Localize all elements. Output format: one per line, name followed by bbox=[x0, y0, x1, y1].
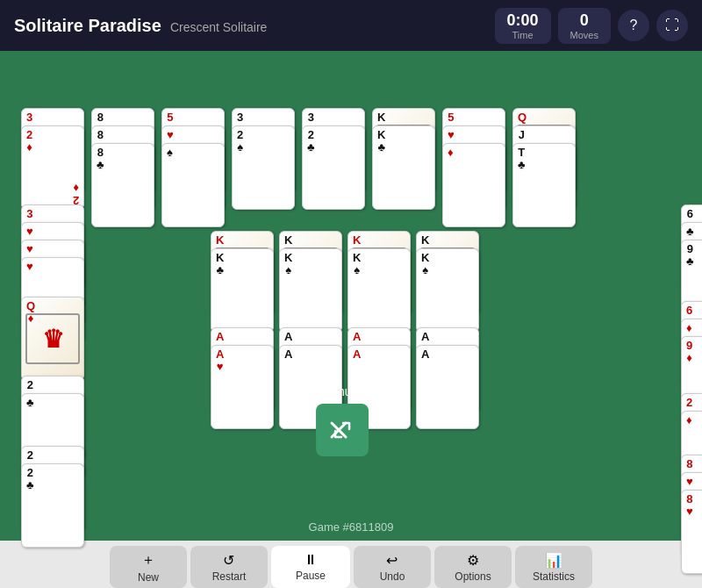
statistics-icon: 📊 bbox=[545, 552, 562, 569]
card[interactable]: 2♣ bbox=[21, 463, 84, 548]
pause-icon: ⏸ bbox=[304, 552, 318, 568]
card[interactable]: K♣ bbox=[372, 125, 435, 210]
undo-button[interactable]: ↩ Undo bbox=[354, 546, 431, 588]
header: Solitaire Paradise Crescent Solitaire 0:… bbox=[0, 0, 702, 51]
statistics-button[interactable]: 📊 Statistics bbox=[515, 546, 592, 588]
card[interactable]: 8♣ bbox=[91, 143, 154, 227]
reshuffle-label: Reshuffle (3) bbox=[316, 384, 386, 398]
restart-icon: ↺ bbox=[223, 552, 234, 569]
pause-button[interactable]: ⏸ Pause bbox=[271, 546, 350, 588]
card[interactable]: 8♥ bbox=[681, 490, 702, 574]
center-k3[interactable]: K♦ ♛ K♦ K♠ bbox=[347, 231, 411, 315]
time-value: 0:00 bbox=[507, 11, 539, 30]
card[interactable]: ♠ bbox=[161, 143, 225, 227]
card-a1-2[interactable]: A♥ bbox=[211, 345, 274, 429]
new-label: New bbox=[138, 571, 159, 584]
moves-label: Moves bbox=[570, 30, 598, 40]
new-icon: ＋ bbox=[141, 551, 155, 570]
card[interactable]: 2♠ bbox=[232, 125, 295, 210]
moves-value: 0 bbox=[570, 11, 598, 30]
game-subtitle: Crescent Solitaire bbox=[170, 20, 268, 34]
title-area: Solitaire Paradise Crescent Solitaire bbox=[14, 16, 267, 36]
options-button[interactable]: ⚙ Options bbox=[434, 546, 512, 588]
reshuffle-area: Reshuffle (3) bbox=[316, 384, 386, 456]
statistics-label: Statistics bbox=[533, 570, 575, 583]
card-k4-2[interactable]: K♠ bbox=[416, 248, 479, 333]
center-k1[interactable]: K♥ ♛ K♥ K♣ bbox=[211, 231, 274, 315]
undo-label: Undo bbox=[380, 570, 405, 583]
center-a4[interactable]: A♣ ♣ A♣ A bbox=[416, 327, 479, 412]
game-number: Game #6811809 bbox=[309, 520, 394, 534]
app-title: Solitaire Paradise bbox=[14, 16, 161, 36]
reshuffle-button[interactable] bbox=[316, 404, 369, 456]
new-button[interactable]: ＋ New bbox=[110, 546, 187, 588]
undo-icon: ↩ bbox=[386, 552, 398, 569]
restart-button[interactable]: ↺ Restart bbox=[190, 546, 268, 588]
options-icon: ⚙ bbox=[467, 552, 479, 569]
card-k1-2[interactable]: K♣ bbox=[211, 248, 274, 333]
card-k3-2[interactable]: K♠ bbox=[347, 248, 411, 333]
center-k4[interactable]: K♣ ♚ K♣ K♠ bbox=[416, 231, 479, 315]
card[interactable]: ♦ bbox=[442, 143, 505, 227]
card[interactable]: Q♦ ♛ bbox=[21, 297, 84, 381]
card[interactable]: T♣ bbox=[512, 143, 576, 227]
fullscreen-button[interactable]: ⛶ bbox=[656, 10, 688, 41]
moves-box: 0 Moves bbox=[558, 8, 611, 44]
card-k2-2[interactable]: K♠ bbox=[279, 248, 342, 333]
toolbar: ＋ New ↺ Restart ⏸ Pause ↩ Undo ⚙ Options… bbox=[0, 541, 702, 588]
right-controls: 0:00 Time 0 Moves ? ⛶ bbox=[495, 8, 688, 44]
restart-label: Restart bbox=[212, 570, 247, 583]
time-label: Time bbox=[507, 30, 539, 40]
help-button[interactable]: ? bbox=[618, 10, 649, 41]
game-area: 3♦ 3♦ ♦ 2♦ 2♦ 8♣ 8♣ ♣ 8♣ 8♣ 5♥ 5♥ ♥ bbox=[0, 51, 702, 541]
center-k2[interactable]: K♠ ♚ K♠ K♠ bbox=[279, 231, 342, 315]
pause-label: Pause bbox=[296, 570, 326, 582]
card[interactable]: 2♣ bbox=[302, 125, 365, 210]
options-label: Options bbox=[455, 570, 491, 583]
center-a1[interactable]: A♥ ♥ A♥ A♥ bbox=[211, 327, 274, 412]
time-box: 0:00 Time bbox=[495, 8, 551, 44]
card[interactable]: 2♦ 2♦ bbox=[21, 125, 84, 210]
card-a4-2[interactable]: A bbox=[416, 345, 479, 429]
